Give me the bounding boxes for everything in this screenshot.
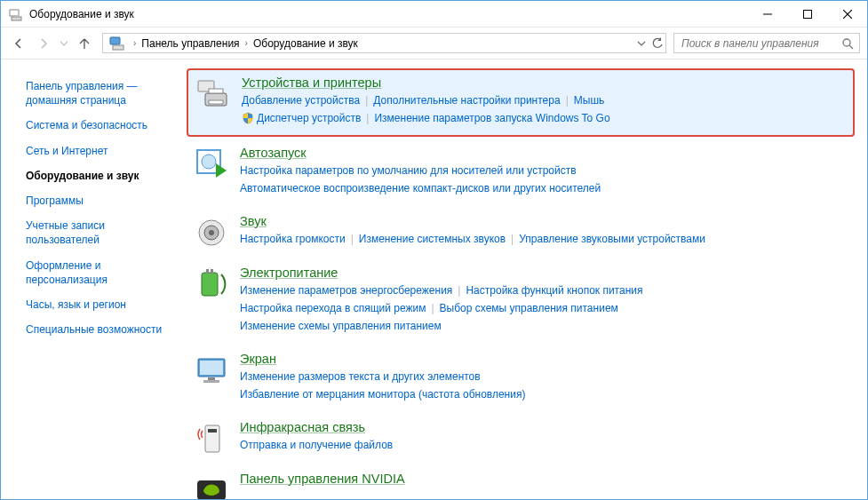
sidebar: Панель управления — домашняя страница Си… <box>1 60 183 499</box>
section-link[interactable]: Выбор схемы управления питанием <box>440 302 618 314</box>
section-link[interactable]: Избавление от мерцания монитора (частота… <box>240 388 525 401</box>
back-button[interactable] <box>8 33 29 54</box>
section-link[interactable]: Настройка перехода в спящий режим <box>240 302 426 314</box>
svg-rect-21 <box>206 269 209 274</box>
section: Устройства и принтерыДобавление устройст… <box>187 68 855 137</box>
svg-rect-22 <box>211 269 213 274</box>
svg-rect-28 <box>208 429 217 433</box>
autoplay-icon <box>194 146 229 181</box>
svg-point-16 <box>202 155 216 169</box>
section-link[interactable]: Изменение параметров запуска Windows To … <box>374 112 609 124</box>
section-link[interactable]: Изменение схемы управления питанием <box>240 320 442 332</box>
body: Панель управления — домашняя страница Си… <box>1 60 867 499</box>
titlebar: Оборудование и звук <box>1 1 867 28</box>
section-links: Добавление устройства|Дополнительные нас… <box>242 91 846 128</box>
section-link[interactable]: Отправка и получение файлов <box>240 439 393 451</box>
maximize-button[interactable] <box>787 1 827 27</box>
recent-dropdown[interactable] <box>58 33 70 54</box>
section-body: АвтозапускНастройка параметров по умолча… <box>240 146 848 198</box>
breadcrumb-segment[interactable]: Панель управления <box>139 36 241 52</box>
section-heading[interactable]: Панель управления NVIDIA <box>240 472 405 486</box>
section-link[interactable]: Настройка функций кнопок питания <box>466 284 642 297</box>
power-icon <box>194 266 229 301</box>
section-heading[interactable]: Электропитание <box>240 266 338 280</box>
svg-point-9 <box>843 39 850 46</box>
infrared-icon <box>194 420 229 456</box>
refresh-button[interactable] <box>651 37 664 50</box>
section-body: Панель управления NVIDIA <box>240 472 848 499</box>
section: ЭкранИзменение размеров текста и других … <box>187 346 855 411</box>
search-input[interactable] <box>680 36 836 51</box>
section-heading[interactable]: Звук <box>240 214 267 228</box>
window-controls <box>747 1 867 27</box>
sidebar-item[interactable]: Оформление и персонализация <box>26 255 183 290</box>
link-divider: | <box>511 233 514 245</box>
sidebar-item[interactable]: Специальные возможности <box>26 319 183 340</box>
section-link[interactable]: Дополнительные настройки принтера <box>373 94 560 107</box>
nvidia-icon <box>194 472 229 499</box>
link-divider: | <box>351 233 354 245</box>
section-link[interactable]: Добавление устройства <box>242 94 360 107</box>
svg-rect-0 <box>10 10 19 16</box>
section-heading[interactable]: Экран <box>240 352 276 366</box>
control-panel-icon <box>108 35 126 52</box>
section-link[interactable]: Изменение размеров текста и других элеме… <box>240 370 481 383</box>
svg-rect-24 <box>200 361 223 375</box>
address-bar-buttons <box>637 37 664 50</box>
sidebar-item[interactable]: Сеть и Интернет <box>26 140 183 162</box>
section-link[interactable]: Диспетчер устройств <box>257 112 361 124</box>
section-heading[interactable]: Автозапуск <box>240 146 307 160</box>
sidebar-item-active[interactable]: Оборудование и звук <box>26 165 183 187</box>
section-link[interactable]: Изменение параметров энергосбережения <box>240 284 452 297</box>
section-link[interactable]: Автоматическое воспроизведение компакт-д… <box>240 182 601 194</box>
svg-rect-25 <box>208 377 215 380</box>
devices-printers-icon <box>195 75 231 111</box>
display-icon <box>194 352 229 387</box>
section-heading[interactable]: Инфракрасная связь <box>240 420 365 434</box>
link-divider: | <box>366 112 369 124</box>
link-divider: | <box>458 284 460 297</box>
sidebar-item[interactable]: Программы <box>26 190 183 211</box>
close-button[interactable] <box>827 1 867 27</box>
address-bar[interactable]: › Панель управления › Оборудование и зву… <box>102 33 666 53</box>
breadcrumb-segment[interactable]: Оборудование и звук <box>251 36 360 52</box>
section-body: ЭлектропитаниеИзменение параметров энерг… <box>240 266 848 336</box>
search-box[interactable] <box>673 33 860 53</box>
svg-rect-1 <box>12 17 21 20</box>
up-button[interactable] <box>74 33 95 54</box>
link-divider: | <box>566 94 569 107</box>
sidebar-item[interactable]: Учетные записи пользователей <box>26 215 183 250</box>
chevron-right-icon: › <box>130 38 139 48</box>
svg-rect-26 <box>203 380 219 383</box>
svg-rect-13 <box>209 89 223 93</box>
svg-rect-8 <box>113 45 123 50</box>
svg-rect-14 <box>209 100 223 104</box>
forward-button[interactable] <box>33 33 54 54</box>
section-heading[interactable]: Устройства и принтеры <box>242 75 381 90</box>
section: Инфракрасная связьОтправка и получение ф… <box>187 415 855 463</box>
section-link[interactable]: Настройка параметров по умолчанию для но… <box>240 164 577 177</box>
search-icon[interactable] <box>841 37 854 50</box>
svg-rect-2 <box>13 15 20 17</box>
link-divider: | <box>365 94 368 107</box>
section-link[interactable]: Управление звуковыми устройствами <box>519 233 705 245</box>
navbar: › Панель управления › Оборудование и зву… <box>1 28 867 60</box>
section-links: Изменение параметров энергосбережения|На… <box>240 282 848 336</box>
section-link[interactable]: Настройка громкости <box>240 233 346 245</box>
section-links: Настройка громкости|Изменение системных … <box>240 230 848 248</box>
sidebar-item[interactable]: Система и безопасность <box>26 115 183 136</box>
section-links: Изменение размеров текста и других элеме… <box>240 368 848 404</box>
svg-rect-4 <box>803 10 811 18</box>
sidebar-item[interactable]: Часы, язык и регион <box>26 294 183 315</box>
section-link[interactable]: Мышь <box>574 94 605 107</box>
svg-rect-20 <box>202 273 218 296</box>
address-dropdown[interactable] <box>637 39 646 48</box>
sidebar-item[interactable]: Панель управления — домашняя страница <box>26 75 183 111</box>
minimize-button[interactable] <box>747 1 787 27</box>
breadcrumb: › Панель управления › Оборудование и зву… <box>130 36 637 52</box>
window-title: Оборудование и звук <box>29 8 747 20</box>
section-body: Инфракрасная связьОтправка и получение ф… <box>240 420 848 456</box>
window: Оборудование и звук <box>0 0 868 500</box>
uac-shield-icon <box>242 112 254 124</box>
section-link[interactable]: Изменение системных звуков <box>359 233 506 245</box>
